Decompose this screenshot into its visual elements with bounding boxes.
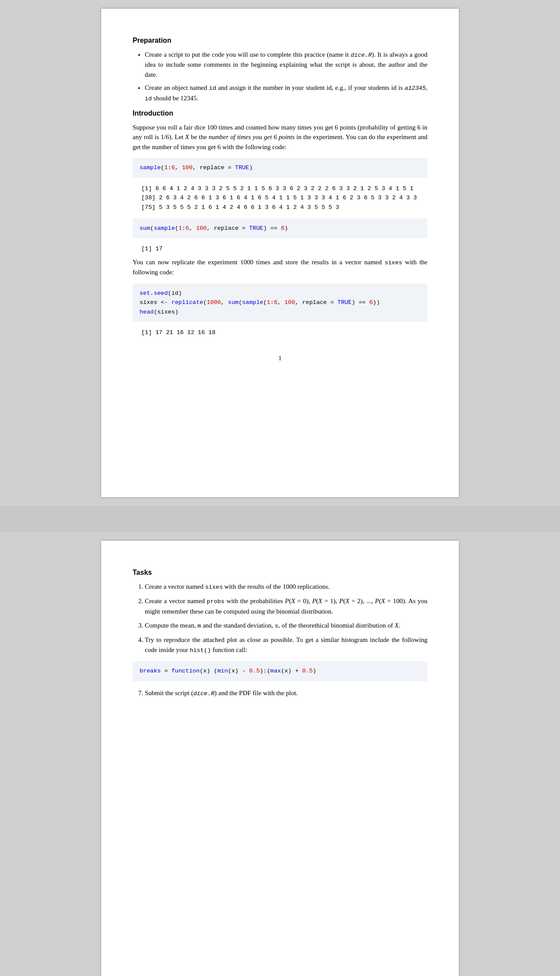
intro-para-1: Suppose you roll a fair dice 100 times a… <box>133 123 427 152</box>
prep-item-1: Create a script to put the code you will… <box>145 50 427 79</box>
code-block-2: sum(sample(1:6, 100, replace = TRUE) == … <box>133 218 427 239</box>
page-2: Tasks Create a vector named sixes with t… <box>101 541 459 976</box>
page-break <box>0 506 560 532</box>
dice-r-filename: dice.R <box>351 52 372 58</box>
task-item-1: Create a vector named sixes with the res… <box>145 582 427 592</box>
sixes-code: sixes <box>205 584 223 590</box>
task-item-2: Create a vector named probs with the pro… <box>145 596 427 616</box>
tasks-list-continued: Submit the script (dice.R) and the PDF f… <box>145 688 427 698</box>
task-item-7: Submit the script (dice.R) and the PDF f… <box>145 688 427 698</box>
id-code-2: id <box>145 96 152 102</box>
a12345-code: a12345 <box>405 85 426 92</box>
introduction-title: Introduction <box>133 109 427 117</box>
page-1: Preparation Create a script to put the c… <box>101 9 459 497</box>
preparation-title: Preparation <box>133 37 427 44</box>
prep-item-2: Create an object named id and assign it … <box>145 83 427 103</box>
s-code: s <box>275 623 278 629</box>
output-2: [1] 17 <box>141 244 427 254</box>
page-number-1: 1 <box>133 355 427 362</box>
output-1: [1] 6 6 4 1 2 4 3 3 3 2 5 5 2 1 1 5 6 3 … <box>141 184 427 212</box>
preparation-section: Preparation Create a script to put the c… <box>133 37 427 103</box>
dice-r-submit: dice.R <box>193 690 215 697</box>
hist-code: hist() <box>190 647 211 654</box>
output-line-2: [38] 2 6 3 4 2 6 6 1 3 6 1 6 4 1 6 5 4 1… <box>141 193 427 203</box>
tasks-list: Create a vector named sixes with the res… <box>145 582 427 655</box>
sixes-inline: sixes <box>385 259 403 266</box>
intro-para-2: You can now replicate the experiment 100… <box>133 257 427 277</box>
m-code: m <box>198 623 201 629</box>
tasks-section: Tasks Create a vector named sixes with t… <box>133 569 427 698</box>
task-item-4: Try to reproduce the attached plot as cl… <box>145 635 427 655</box>
id-code: id <box>209 85 216 92</box>
output-line-3: [75] 5 3 5 5 5 2 1 6 1 4 2 4 6 6 1 3 6 4… <box>141 203 427 212</box>
output-3: [1] 17 21 16 12 16 18 <box>141 328 427 338</box>
code-block-3: set.seed(id) sixes <- replicate(1000, su… <box>133 283 427 322</box>
introduction-section: Introduction Suppose you roll a fair dic… <box>133 109 427 338</box>
preparation-list: Create a script to put the code you will… <box>145 50 427 103</box>
output-line-1: [1] 6 6 4 1 2 4 3 3 3 2 5 5 2 1 1 5 6 3 … <box>141 184 427 194</box>
code-block-4: breaks = function(x) (min(x) - 0.5):(max… <box>133 661 427 681</box>
probs-code: probs <box>207 598 225 605</box>
code-block-1: sample(1:6, 100, replace = TRUE) <box>133 158 427 178</box>
tasks-title: Tasks <box>133 569 427 577</box>
task-item-3: Compute the mean, m and the standard dev… <box>145 621 427 631</box>
